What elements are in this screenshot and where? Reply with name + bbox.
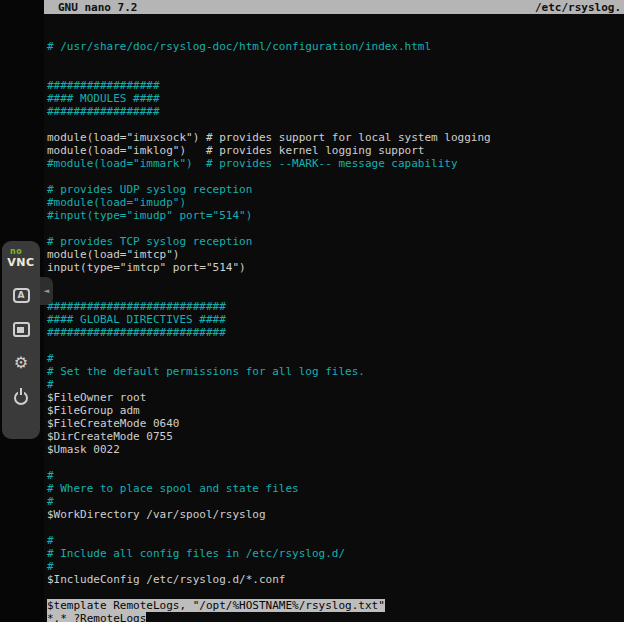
editor-line: # [47,534,624,547]
novnc-logo-no: no [2,247,40,256]
editor-line [47,66,624,79]
editor-line: $DirCreateMode 0755 [47,430,624,443]
control-bar-handle[interactable]: ◄ [40,277,53,305]
editor-line [47,287,624,300]
novnc-logo-vnc: VNC [2,256,40,269]
editor-line [47,339,624,352]
editor-line: $FileGroup adm [47,404,624,417]
editor-line: # /usr/share/doc/rsyslog-doc/html/config… [47,40,624,53]
fullscreen-button[interactable] [9,317,33,341]
editor-line: # [47,469,624,482]
settings-button[interactable]: ⚙ [9,351,33,375]
editor-line: ########################### [47,300,624,313]
editor-line [47,118,624,131]
editor-line: #input(type="imudp" port="514") [47,209,624,222]
editor-line: # [47,560,624,573]
editor-line: # [47,352,624,365]
terminal-editor[interactable]: # /usr/share/doc/rsyslog-doc/html/config… [44,14,624,622]
editor-line [47,170,624,183]
editor-line: *.* ?RemoteLogs [47,612,624,622]
editor-line [47,456,624,469]
editor-line [47,521,624,534]
editor-line: module(load="imtcp") [47,248,624,261]
editor-line: # [47,378,624,391]
editor-line [47,222,624,235]
editor-lines: # /usr/share/doc/rsyslog-doc/html/config… [47,40,624,622]
power-button[interactable] [9,384,33,408]
file-path: /etc/rsyslog. [535,1,621,14]
editor-line: #module(load="imudp") [47,196,624,209]
editor-line: module(load="imuxsock") # provides suppo… [47,131,624,144]
editor-line: input(type="imtcp" port="514") [47,261,624,274]
editor-line: $Umask 0022 [47,443,624,456]
extra-keys-button[interactable]: A [9,283,33,307]
editor-line: # Include all config files in /etc/rsysl… [47,547,624,560]
editor-line [47,53,624,66]
editor-line: #### GLOBAL DIRECTIVES #### [47,313,624,326]
editor-line: ################# [47,105,624,118]
nano-titlebar: GNU nano 7.2 /etc/rsyslog. [44,0,624,14]
editor-line: module(load="imklog") # provides kernel … [47,144,624,157]
editor-line [47,274,624,287]
collapse-arrow-icon: ◄ [44,287,49,295]
editor-line: $IncludeConfig /etc/rsyslog.d/*.conf [47,573,624,586]
novnc-control-bar: no VNC A ⚙ [2,241,40,439]
vnc-screen: GNU nano 7.2 /etc/rsyslog. # /usr/share/… [0,0,624,622]
editor-line: # Where to place spool and state files [47,482,624,495]
editor-line: $WorkDirectory /var/spool/rsyslog [47,508,624,521]
editor-line: $template RemoteLogs, "/opt/%HOSTNAME%/r… [47,599,624,612]
editor-line: #module(load="immark") # provides --MARK… [47,157,624,170]
editor-line: # Set the default permissions for all lo… [47,365,624,378]
novnc-logo: no VNC [2,247,40,269]
editor-line: # provides UDP syslog reception [47,183,624,196]
fullscreen-icon [13,322,30,337]
editor-line [47,586,624,599]
editor-line: ################# [47,79,624,92]
editor-line: $FileCreateMode 0640 [47,417,624,430]
editor-line: #### MODULES #### [47,92,624,105]
editor-line: $FileOwner root [47,391,624,404]
power-icon [14,391,28,405]
nano-version: GNU nano 7.2 [58,1,137,14]
editor-line: # provides TCP syslog reception [47,235,624,248]
gear-icon: ⚙ [14,355,28,371]
editor-line: ########################### [47,326,624,339]
editor-line: # [47,495,624,508]
keyboard-a-icon: A [13,288,30,303]
